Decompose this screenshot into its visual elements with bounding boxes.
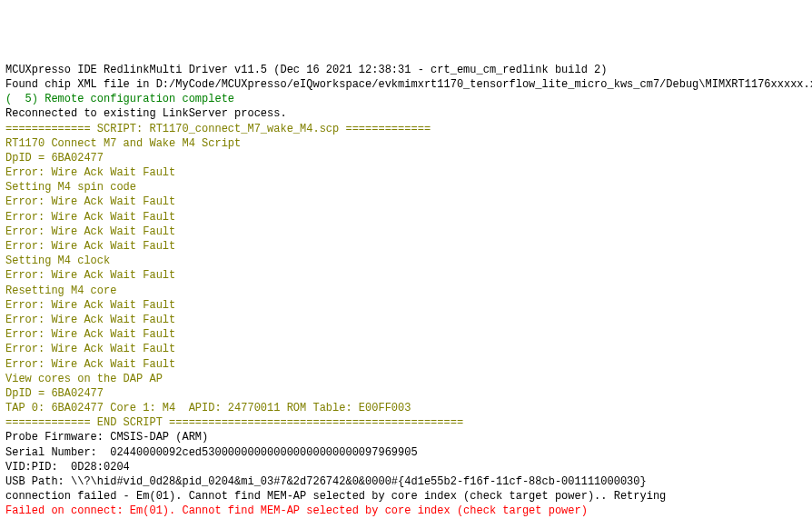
console-line: MCUXpresso IDE RedlinkMulti Driver v11.5…: [5, 63, 807, 77]
console-line: Error: Wire Ack Wait Fault: [5, 210, 807, 225]
console-line: Error: Wire Ack Wait Fault: [5, 268, 807, 283]
console-line: Setting M4 spin code: [5, 180, 807, 195]
console-line: Error: Wire Ack Wait Fault: [5, 225, 807, 239]
console-line: USB Path: \\?\hid#vid_0d28&pid_0204&mi_0…: [5, 474, 807, 489]
console-line: Error: Wire Ack Wait Fault: [5, 195, 807, 209]
console-line: connection failed - Em(01). Cannot find …: [5, 489, 807, 504]
console-line: Error: Wire Ack Wait Fault: [5, 313, 807, 327]
console-line: Serial Number: 02440000092ced53000000000…: [5, 445, 807, 460]
console-line: TAP 0: 6BA02477 Core 1: M4 APID: 2477001…: [5, 401, 807, 415]
console-line: Failed on connect: Em(01). Cannot find M…: [5, 504, 807, 518]
console-line: RT1170 Connect M7 and Wake M4 Script: [5, 136, 807, 151]
console-line: DpID = 6BA02477: [5, 151, 807, 165]
console-output: MCUXpresso IDE RedlinkMulti Driver v11.5…: [5, 63, 807, 519]
console-line: Error: Wire Ack Wait Fault: [5, 327, 807, 342]
console-line: Found chip XML file in D:/MyCode/MCUXpre…: [5, 77, 807, 92]
console-line: Probe Firmware: CMSIS-DAP (ARM): [5, 430, 807, 444]
console-line: Error: Wire Ack Wait Fault: [5, 165, 807, 180]
console-line: Error: Wire Ack Wait Fault: [5, 342, 807, 356]
console-line: Error: Wire Ack Wait Fault: [5, 357, 807, 372]
console-line: View cores on the DAP AP: [5, 372, 807, 386]
console-line: Setting M4 clock: [5, 254, 807, 268]
console-line: VID:PID: 0D28:0204: [5, 460, 807, 474]
console-line: Resetting M4 core: [5, 284, 807, 298]
console-line: ( 5) Remote configuration complete: [5, 92, 807, 106]
console-line: Error: Wire Ack Wait Fault: [5, 298, 807, 313]
console-line: Reconnected to existing LinkServer proce…: [5, 106, 807, 121]
console-line: ============= SCRIPT: RT1170_connect_M7_…: [5, 122, 807, 136]
console-line: Error: Wire Ack Wait Fault: [5, 239, 807, 254]
console-line: ============= END SCRIPT ===============…: [5, 415, 807, 430]
console-line: DpID = 6BA02477: [5, 386, 807, 401]
